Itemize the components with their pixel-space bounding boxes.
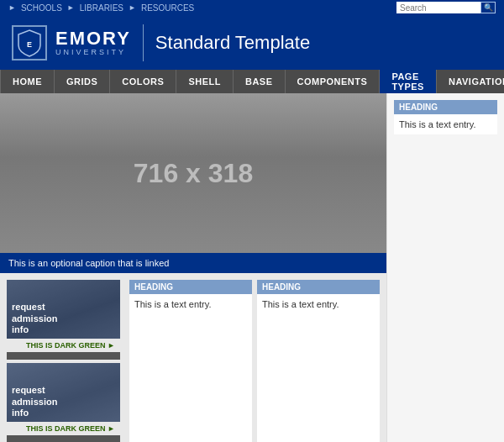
content-row-1: HEADING This is a text entry. HEADING Th… xyxy=(129,280,380,442)
top-bar-links: ► SCHOOLS ► LIBRARIES ► RESOURCES xyxy=(8,3,194,13)
schools-arrow-icon: ► xyxy=(8,3,16,12)
schools-link[interactable]: SCHOOLS xyxy=(21,3,62,13)
resources-arrow-icon: ► xyxy=(129,3,136,12)
university-label: UNIVERSITY xyxy=(55,48,131,56)
admission-card-1[interactable]: requestadmissioninfo THIS IS DARK GREEN … xyxy=(7,280,120,360)
logo-shield: E xyxy=(12,25,47,61)
search-input[interactable] xyxy=(396,2,480,13)
emory-shield-icon: E xyxy=(17,29,42,57)
caption-bar[interactable]: This is an optional caption that is link… xyxy=(0,253,386,273)
sidebar: HEADING This is a text entry. xyxy=(386,93,504,442)
card1-heading: HEADING xyxy=(129,280,252,294)
main-nav: HOME GRIDS COLORS SHELL BASE COMPONENTS … xyxy=(0,70,504,93)
hero-size-label: 716 x 318 xyxy=(134,158,253,189)
search-button[interactable]: 🔍 xyxy=(480,2,496,13)
header-divider xyxy=(143,24,144,61)
hero-image: 716 x 318 xyxy=(0,93,386,253)
card1-bg: requestadmissioninfo xyxy=(7,280,120,339)
card2-body: This is a text entry. xyxy=(257,294,380,314)
card1-overlay: requestadmissioninfo xyxy=(7,280,120,339)
header-title: Standard Template xyxy=(155,32,310,54)
cards-section: requestadmissioninfo THIS IS DARK GREEN … xyxy=(0,273,386,442)
header: E EMORY UNIVERSITY Standard Template xyxy=(0,15,504,70)
main-content: 716 x 318 This is an optional caption th… xyxy=(0,93,504,442)
nav-base[interactable]: BASE xyxy=(234,70,286,93)
nav-home[interactable]: HOME xyxy=(0,70,55,93)
content-card-1: HEADING This is a text entry. xyxy=(129,280,252,442)
top-bar: ► SCHOOLS ► LIBRARIES ► RESOURCES 🔍 xyxy=(0,0,504,15)
content-area: 716 x 318 This is an optional caption th… xyxy=(0,93,386,442)
search-bar: 🔍 xyxy=(396,2,496,13)
nav-navigation[interactable]: NAVIGATION xyxy=(437,70,504,93)
card2-link-text: THIS IS DARK GREEN xyxy=(26,424,106,433)
card1-link-arrow: ► xyxy=(108,341,115,350)
sidebar-card: HEADING This is a text entry. xyxy=(394,100,497,134)
card1-label: requestadmissioninfo xyxy=(12,302,57,335)
libraries-link[interactable]: LIBRARIES xyxy=(80,3,123,13)
nav-shell[interactable]: SHELL xyxy=(176,70,234,93)
resources-link[interactable]: RESOURCES xyxy=(141,3,194,13)
card1-link[interactable]: THIS IS DARK GREEN ► xyxy=(7,339,120,352)
card2-link[interactable]: THIS IS DARK GREEN ► xyxy=(7,422,120,435)
nav-components[interactable]: COMPONENTS xyxy=(286,70,381,93)
admission-cards: requestadmissioninfo THIS IS DARK GREEN … xyxy=(7,280,124,442)
emory-name: EMORY xyxy=(55,29,131,48)
sidebar-heading: HEADING xyxy=(394,100,497,114)
card2-heading: HEADING xyxy=(257,280,380,294)
content-card-2: HEADING This is a text entry. xyxy=(257,280,380,442)
content-cards-area: HEADING This is a text entry. HEADING Th… xyxy=(124,280,380,442)
nav-page-types[interactable]: PAGE TYPES xyxy=(380,70,437,93)
sidebar-body: This is a text entry. xyxy=(394,114,497,134)
nav-grids[interactable]: GRIDS xyxy=(55,70,110,93)
card1-link-text: THIS IS DARK GREEN xyxy=(26,341,106,350)
card2-bg: requestadmissioninfo xyxy=(7,363,120,422)
admission-card-2[interactable]: requestadmissioninfo THIS IS DARK GREEN … xyxy=(7,363,120,442)
card1-body: This is a text entry. xyxy=(129,294,252,314)
card2-label: requestadmissioninfo xyxy=(12,385,57,418)
svg-text:E: E xyxy=(27,40,32,49)
caption-text: This is an optional caption that is link… xyxy=(8,258,169,268)
card2-overlay: requestadmissioninfo xyxy=(7,363,120,422)
nav-colors[interactable]: COLORS xyxy=(110,70,176,93)
logo-text: EMORY UNIVERSITY xyxy=(55,29,131,56)
libraries-arrow-icon: ► xyxy=(67,3,75,12)
card2-link-arrow: ► xyxy=(108,424,115,433)
